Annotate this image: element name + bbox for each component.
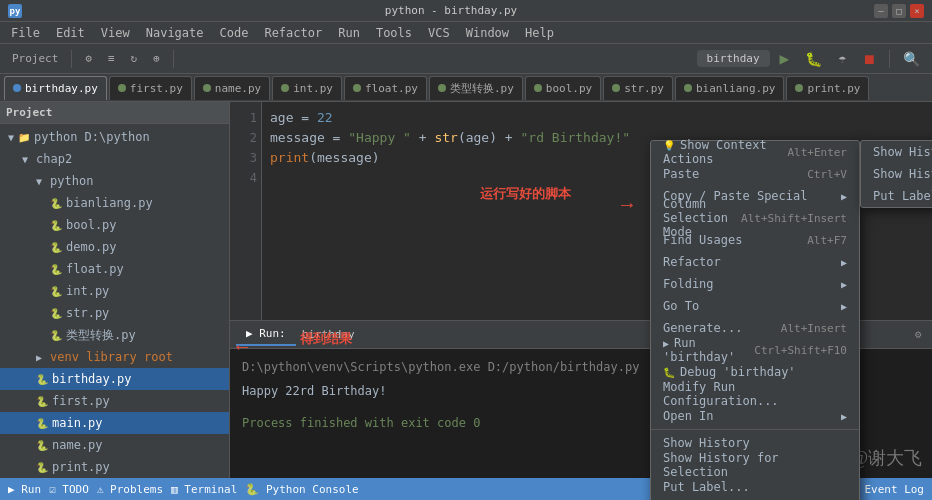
sidebar-title: Project <box>6 106 52 119</box>
ctx-item-6[interactable]: Folding▶ <box>651 273 859 295</box>
tab-run[interactable]: ▶ Run: <box>236 324 296 346</box>
ctx-item-5[interactable]: Refactor▶ <box>651 251 859 273</box>
local-history-submenu: Show History Show History for Selection … <box>860 140 932 208</box>
ctx-item-right-7: ▶ <box>841 301 847 312</box>
ctx-item-1[interactable]: PasteCtrl+V <box>651 163 859 185</box>
menu-item-window[interactable]: Window <box>459 24 516 42</box>
tree-item-8[interactable]: 🐍str.py <box>0 302 229 324</box>
status-event-log[interactable]: Event Log <box>864 483 924 496</box>
menu-item-help[interactable]: Help <box>518 24 561 42</box>
tree-item-15[interactable]: 🐍print.py <box>0 456 229 478</box>
tree-item-14[interactable]: 🐍name.py <box>0 434 229 456</box>
toolbar-debug-btn[interactable]: 🐛 <box>799 49 828 69</box>
toolbar-gear2-icon[interactable]: ⊕ <box>147 50 166 67</box>
ctx-item-right-6: ▶ <box>841 279 847 290</box>
tree-arrow-2: ▼ <box>36 176 42 187</box>
tab-label-1: first.py <box>130 82 183 95</box>
tree-item-9[interactable]: 🐍类型转换.py <box>0 324 229 346</box>
line-num-2: 2 <box>234 128 257 148</box>
toolbar-run-btn[interactable]: ▶ <box>774 47 796 70</box>
status-problems[interactable]: ⚠ Problems <box>97 483 163 496</box>
toolbar-coverage-btn[interactable]: ☂ <box>832 49 852 68</box>
tab-label-9: print.py <box>807 82 860 95</box>
ctx-item-12[interactable]: Open In▶ <box>651 405 859 427</box>
ctx-item-3[interactable]: Column Selection ModeAlt+Shift+Insert <box>651 207 859 229</box>
toolbar-run-config[interactable]: birthday <box>697 50 770 67</box>
minimize-button[interactable]: – <box>874 4 888 18</box>
toolbar-project[interactable]: Project <box>6 50 64 67</box>
tree-item-2[interactable]: ▼python <box>0 170 229 192</box>
ctx-item-4[interactable]: Find UsagesAlt+F7 <box>651 229 859 251</box>
line-num-1: 1 <box>234 108 257 128</box>
status-terminal[interactable]: ▥ Terminal <box>171 483 237 496</box>
toolbar-search-btn[interactable]: 🔍 <box>897 49 926 69</box>
submenu-put-label[interactable]: Put Label... <box>861 185 932 207</box>
toolbar-format-icon[interactable]: ≡ <box>102 50 121 67</box>
tab-float-py[interactable]: float.py <box>344 76 427 100</box>
tab-label-3: int.py <box>293 82 333 95</box>
tab-类型转换-py[interactable]: 类型转换.py <box>429 76 523 100</box>
tab-first-py[interactable]: first.py <box>109 76 192 100</box>
menu-item-code[interactable]: Code <box>213 24 256 42</box>
toolbar-sep-3 <box>889 50 890 68</box>
tree-item-7[interactable]: 🐍int.py <box>0 280 229 302</box>
menu-item-run[interactable]: Run <box>331 24 367 42</box>
window-controls: – □ × <box>874 4 924 18</box>
menu-item-file[interactable]: File <box>4 24 47 42</box>
ctx-item-9[interactable]: ▶Run 'birthday'Ctrl+Shift+F10 <box>651 339 859 361</box>
tab-dot-3 <box>281 84 289 92</box>
menu-item-view[interactable]: View <box>94 24 137 42</box>
tree-item-11[interactable]: 🐍birthday.py <box>0 368 229 390</box>
menu-item-tools[interactable]: Tools <box>369 24 419 42</box>
tree-label-1: chap2 <box>36 152 72 166</box>
submenu-show-history-selection[interactable]: Show History for Selection <box>861 163 932 185</box>
ctx-item-right-2: ▶ <box>841 191 847 202</box>
maximize-button[interactable]: □ <box>892 4 906 18</box>
ctx-item-label-1: Paste <box>663 167 699 181</box>
menu-item-navigate[interactable]: Navigate <box>139 24 211 42</box>
tab-bool-py[interactable]: bool.py <box>525 76 601 100</box>
tree-item-10[interactable]: ▶venv library root <box>0 346 229 368</box>
tree-label-10: venv library root <box>50 350 173 364</box>
menu-item-edit[interactable]: Edit <box>49 24 92 42</box>
submenu-show-history[interactable]: Show History <box>861 141 932 163</box>
status-todo[interactable]: ☑ TODO <box>49 483 89 496</box>
toolbar-stop-btn[interactable]: ⏹ <box>856 49 882 69</box>
tab-dot-6 <box>534 84 542 92</box>
toolbar-settings-icon[interactable]: ⚙ <box>79 50 98 67</box>
ctx-item-16[interactable]: Put Label... <box>651 476 859 498</box>
context-menu: 💡Show Context ActionsAlt+EnterPasteCtrl+… <box>650 140 860 500</box>
tab-birthday-py[interactable]: birthday.py <box>4 76 107 100</box>
ctx-item-0[interactable]: 💡Show Context ActionsAlt+Enter <box>651 141 859 163</box>
tree-item-13[interactable]: 🐍main.py <box>0 412 229 434</box>
ctx-item-11[interactable]: Modify Run Configuration... <box>651 383 859 405</box>
menu-item-vcs[interactable]: VCS <box>421 24 457 42</box>
tree-item-1[interactable]: ▼chap2 <box>0 148 229 170</box>
status-python-console[interactable]: 🐍 Python Console <box>245 483 358 496</box>
tree-label-0: python D:\python <box>34 130 150 144</box>
close-button[interactable]: × <box>910 4 924 18</box>
ctx-item-right-4: Alt+F7 <box>807 234 847 247</box>
title-text: python - birthday.py <box>28 4 874 17</box>
tree-label-7: int.py <box>66 284 109 298</box>
menu-item-refactor[interactable]: Refactor <box>257 24 329 42</box>
tab-int-py[interactable]: int.py <box>272 76 342 100</box>
tab-str-py[interactable]: str.py <box>603 76 673 100</box>
tree-label-14: name.py <box>52 438 103 452</box>
ctx-item-15[interactable]: Show History for Selection <box>651 454 859 476</box>
run-settings-icon[interactable]: ⚙ <box>910 327 926 343</box>
tree-item-0[interactable]: ▼📁python D:\python <box>0 126 229 148</box>
tree-file-icon-14: 🐍 <box>36 440 48 451</box>
tree-item-3[interactable]: 🐍bianliang.py <box>0 192 229 214</box>
status-run[interactable]: ▶ Run <box>8 483 41 496</box>
tab-bianliang-py[interactable]: bianliang.py <box>675 76 784 100</box>
toolbar-sync-icon[interactable]: ↻ <box>125 50 144 67</box>
tree-item-12[interactable]: 🐍first.py <box>0 390 229 412</box>
tree-arrow-10: ▶ <box>36 352 42 363</box>
tab-name-py[interactable]: name.py <box>194 76 270 100</box>
ctx-item-7[interactable]: Go To▶ <box>651 295 859 317</box>
tree-item-5[interactable]: 🐍demo.py <box>0 236 229 258</box>
tree-item-4[interactable]: 🐍bool.py <box>0 214 229 236</box>
tree-item-6[interactable]: 🐍float.py <box>0 258 229 280</box>
tab-print-py[interactable]: print.py <box>786 76 869 100</box>
